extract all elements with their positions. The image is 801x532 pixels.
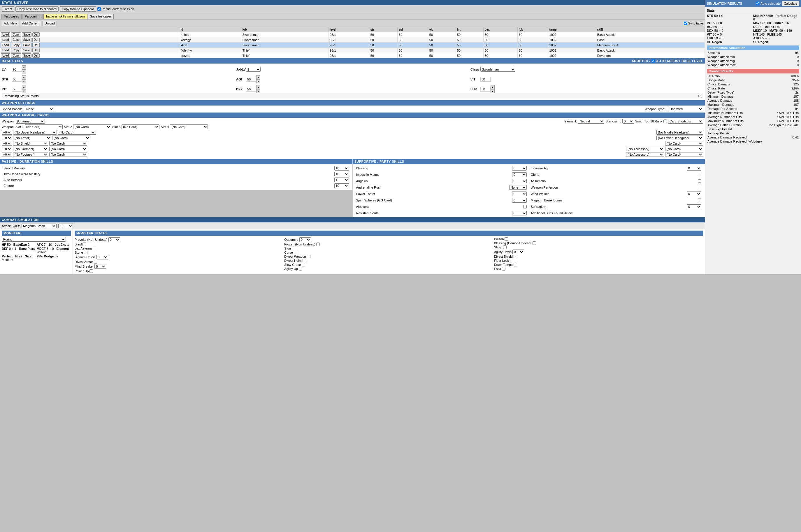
slot4-select[interactable]: (No Card) [170,125,208,129]
poison-checkbox[interactable] [504,237,508,241]
sync-checkbox[interactable] [684,22,687,25]
stun-checkbox[interactable] [292,247,295,250]
dex-input[interactable] [246,87,256,92]
save-btn[interactable]: Save [22,53,32,58]
provoke-select[interactable]: 0 [109,237,120,242]
sword-mastery-select[interactable]: 10 [334,166,349,171]
quagmire-select[interactable]: 0 [299,237,311,242]
footgear-card-select[interactable]: (No Card) [49,152,87,157]
copy-btn[interactable]: Copy [11,32,21,37]
resistant-souls-select[interactable]: 0 [512,211,527,215]
aloevera-checkbox[interactable] [523,205,527,208]
agi-input[interactable] [246,77,256,82]
accessory2-card-select[interactable]: (No Card) [665,152,703,157]
magnum-break-bonus-checkbox[interactable] [698,198,701,202]
copy-btn[interactable]: Copy [11,38,21,42]
unload-button[interactable]: Unload [42,21,57,26]
two-hand-select[interactable]: 10 [334,172,349,176]
increase-agi-select[interactable]: 0 [687,166,701,171]
card-shortcuts-select[interactable]: Card Shortcuts [668,119,703,124]
slot1-select[interactable]: (No Card) [25,125,63,129]
save-btn[interactable]: Save [22,38,32,42]
joblv-select[interactable]: 1 [246,67,261,72]
auto-calc-checkbox[interactable] [756,2,759,5]
tab-test-cases[interactable]: Test cases [1,14,22,19]
luk-input[interactable] [480,87,491,92]
gloria-checkbox[interactable] [698,173,701,176]
adrenaline-select[interactable]: None [509,185,527,190]
mind-breaker-select[interactable]: 0 [94,264,106,269]
garment-bonus-select[interactable]: +0 [2,147,12,151]
slot2-select[interactable]: (No Card) [73,125,111,129]
slow-grace-checkbox[interactable] [302,263,305,266]
armor-card-select[interactable]: (No Card) [52,136,90,140]
speed-potion-select[interactable]: None [25,107,54,111]
power-thrust-select[interactable]: 0 [512,191,527,196]
attack-skill-select[interactable]: Magnum Break [22,224,57,228]
divest-helm-checkbox[interactable] [303,259,306,262]
tab-file[interactable]: battle-all-skills-no-stuff.json [43,14,87,19]
del-btn[interactable]: Del [32,32,40,37]
tab-parcourir[interactable]: Parcourir... [22,14,43,19]
divest-weapon-checkbox[interactable] [307,255,310,258]
auto-adjust-checkbox[interactable] [651,59,655,63]
stone-checkbox[interactable] [84,251,88,254]
upper-card-select[interactable]: (No Card) [58,130,96,135]
add-new-button[interactable]: Add New [2,21,19,26]
persist-checkbox[interactable] [97,7,101,11]
lv-down[interactable]: ▼ [22,69,26,74]
shield-bonus-select[interactable]: +0 [2,141,12,146]
accessory1-select[interactable]: (No Accessory) [626,147,664,151]
load-btn[interactable]: Load [1,48,10,53]
lower-headgear-select[interactable]: (No Lower Headgear) [656,136,703,140]
load-btn[interactable]: Load [1,43,10,47]
save-btn[interactable]: Save [22,48,32,53]
wind-walker-select[interactable]: 0 [687,191,701,196]
armor-bonus-select[interactable]: +0 [2,136,12,140]
attack-skill-level-select[interactable]: 10 [58,224,73,228]
upper-headgear-select[interactable]: (No Upper Headgear) [13,130,57,135]
del-btn[interactable]: Del [32,43,40,47]
agility-up-checkbox[interactable] [299,267,302,270]
frozen-checkbox[interactable] [316,243,320,246]
shield-card-select[interactable]: (No Card) [49,141,87,146]
int-input[interactable] [12,87,22,92]
smith-rank-checkbox[interactable] [663,119,667,123]
slot3-select[interactable]: (No Card) [121,125,159,129]
accessory1-card-select[interactable]: (No Card) [665,147,703,151]
calculate-button[interactable]: Calculate [782,1,799,6]
signum-crucis-select[interactable]: 0 [96,255,108,260]
lex-aeterna-checkbox[interactable] [93,247,96,250]
eska-checkbox[interactable] [502,267,506,270]
shield-select[interactable]: (No Shield) [13,141,48,146]
copy-btn[interactable]: Copy [11,48,21,53]
power-up-checkbox[interactable] [90,269,93,273]
spirit-spheres-select[interactable]: 0 [512,198,527,203]
str-input[interactable] [12,77,22,82]
vit-input[interactable] [480,77,491,82]
save-btn[interactable]: Save [22,32,32,37]
add-current-button[interactable]: Add Current [20,21,41,26]
lv-up[interactable]: ▲ [22,65,26,69]
assumptio-checkbox[interactable] [698,179,701,183]
footgear-select[interactable]: (No Footgear) [13,152,48,157]
del-btn[interactable]: Del [32,48,40,53]
element-select[interactable]: Neutral [578,119,604,124]
accessory2-select[interactable]: (No Accessory) [626,152,664,157]
del-btn[interactable]: Del [32,53,40,58]
blind-checkbox[interactable] [82,243,86,246]
weapon-type-select[interactable]: Unarmed [668,107,703,111]
reset-button[interactable]: Reset [2,6,14,12]
copy-form-button[interactable]: Copy form to clipboard [60,6,96,12]
save-btn[interactable]: Save [22,43,32,47]
persist-label[interactable]: Persist current session [97,7,134,11]
weapon-perfection-checkbox[interactable] [698,186,701,189]
agility-down-select[interactable]: 0 [512,249,524,254]
lv-input[interactable] [12,67,22,72]
mid-headgear-select[interactable]: (No Middle Headgear) [656,130,703,135]
blessing-select[interactable]: 0 [512,166,527,171]
fiber-lock-checkbox[interactable] [510,259,513,262]
divest-shield-checkbox[interactable] [514,255,517,258]
lv-stepper[interactable]: ▲ ▼ [12,65,26,74]
sleep-checkbox[interactable] [503,245,507,249]
